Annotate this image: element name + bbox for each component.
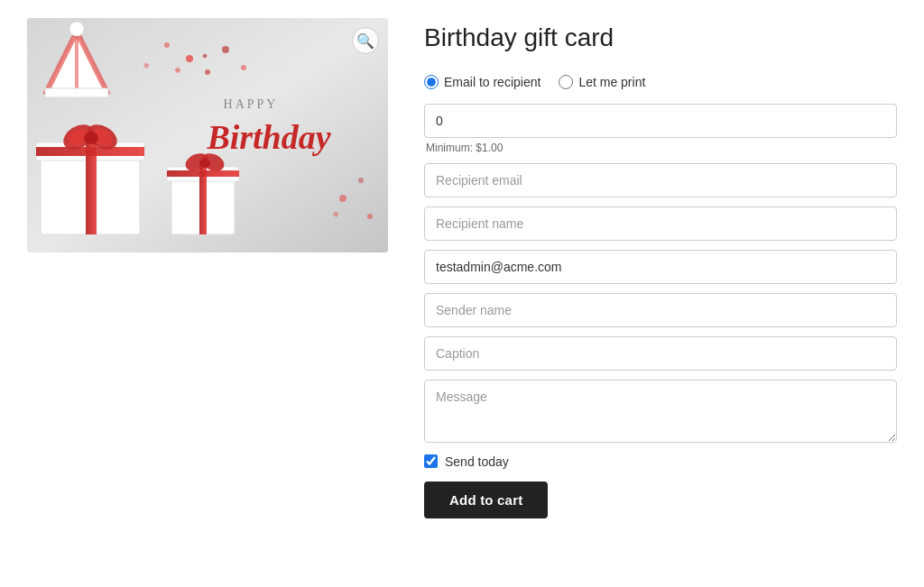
product-title: Birthday gift card xyxy=(424,23,897,53)
svg-point-30 xyxy=(199,159,210,168)
delivery-options: Email to recipient Let me print xyxy=(424,75,897,89)
email-recipient-radio[interactable] xyxy=(424,75,439,89)
zoom-icon[interactable]: 🔍 xyxy=(352,27,379,54)
min-label: Minimum: $1.00 xyxy=(424,142,897,154)
sender-name-group xyxy=(424,293,897,327)
message-group xyxy=(424,380,897,445)
amount-group: Minimum: $1.00 xyxy=(424,104,897,154)
email-recipient-label: Email to recipient xyxy=(444,75,541,89)
svg-point-4 xyxy=(222,46,229,53)
product-image-wrapper: HAPPY Birthday 🔍 xyxy=(27,18,388,252)
svg-point-1 xyxy=(186,55,193,62)
recipient-email-group xyxy=(424,163,897,197)
svg-rect-27 xyxy=(167,170,239,177)
svg-rect-13 xyxy=(45,88,108,97)
right-panel: Birthday gift card Email to recipient Le… xyxy=(424,18,897,518)
svg-text:HAPPY: HAPPY xyxy=(224,97,279,111)
send-today-label[interactable]: Send today xyxy=(445,454,509,469)
let-me-print-radio[interactable] xyxy=(559,75,573,89)
svg-point-8 xyxy=(241,65,246,70)
svg-point-34 xyxy=(358,178,364,183)
recipient-name-group xyxy=(424,206,897,241)
recipient-name-input[interactable] xyxy=(424,206,897,241)
svg-point-2 xyxy=(205,69,210,75)
svg-rect-17 xyxy=(86,142,97,234)
message-textarea[interactable] xyxy=(424,380,897,443)
page-container: HAPPY Birthday 🔍 Birthday gift card xyxy=(0,0,924,537)
svg-text:Birthday: Birthday xyxy=(206,118,330,156)
sender-name-input[interactable] xyxy=(424,293,897,327)
left-panel: HAPPY Birthday 🔍 xyxy=(27,18,388,252)
let-me-print-option[interactable]: Let me print xyxy=(559,75,645,89)
caption-input[interactable] xyxy=(424,336,897,371)
amount-input[interactable] xyxy=(424,104,897,138)
svg-point-14 xyxy=(69,22,84,36)
let-me-print-label: Let me print xyxy=(578,75,645,89)
email-recipient-option[interactable]: Email to recipient xyxy=(424,75,541,89)
recipient-email-input[interactable] xyxy=(424,163,897,197)
svg-point-33 xyxy=(339,195,346,202)
svg-rect-18 xyxy=(36,147,144,156)
svg-point-36 xyxy=(367,214,373,219)
send-today-row: Send today xyxy=(424,454,897,469)
svg-point-23 xyxy=(84,132,98,144)
sender-email-group xyxy=(424,250,897,284)
caption-group xyxy=(424,336,897,371)
svg-rect-26 xyxy=(199,167,207,234)
send-today-checkbox[interactable] xyxy=(424,454,438,468)
svg-point-3 xyxy=(164,42,170,48)
sender-email-input[interactable] xyxy=(424,250,897,284)
add-to-cart-button[interactable]: Add to cart xyxy=(424,482,548,518)
